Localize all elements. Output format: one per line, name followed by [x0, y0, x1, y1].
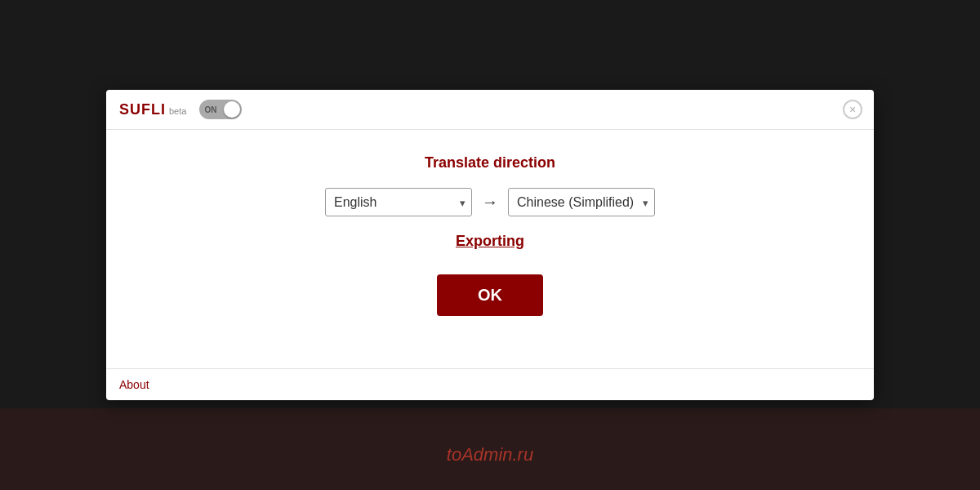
source-language-wrapper: English French German Spanish Japanese K…	[325, 188, 472, 216]
dialog-footer: About	[106, 368, 874, 400]
direction-arrow: →	[482, 193, 498, 212]
close-button[interactable]: ×	[843, 100, 862, 119]
dialog-body: Translate direction English French Germa…	[106, 130, 874, 368]
target-language-wrapper: Chinese (Simplified) Chinese (Traditiona…	[508, 188, 655, 216]
toggle-label: ON	[204, 105, 216, 114]
toggle-knob	[224, 101, 240, 118]
brand-name: SUFLI	[119, 101, 166, 118]
target-language-select[interactable]: Chinese (Simplified) Chinese (Traditiona…	[508, 188, 655, 216]
translate-row: English French German Spanish Japanese K…	[325, 188, 655, 216]
brand-beta-label: beta	[169, 106, 186, 116]
power-toggle[interactable]: ON	[199, 100, 242, 119]
about-link[interactable]: About	[119, 378, 149, 391]
watermark: toAdmin.ru	[447, 444, 533, 466]
source-language-select[interactable]: English French German Spanish Japanese K…	[325, 188, 472, 216]
ok-button[interactable]: OK	[437, 274, 543, 316]
main-dialog: SUFLI beta ON × Translate direction Engl…	[106, 90, 874, 400]
status-text: Exporting	[456, 233, 524, 250]
brand: SUFLI beta	[119, 101, 186, 118]
translate-direction-title: Translate direction	[425, 154, 555, 172]
dialog-header: SUFLI beta ON ×	[106, 90, 874, 130]
